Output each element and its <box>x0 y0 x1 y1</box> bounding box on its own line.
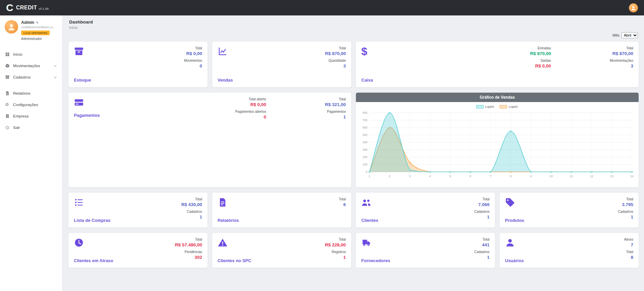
card-title[interactable]: Estoque <box>74 78 91 83</box>
users-group-icon <box>361 197 371 207</box>
svg-text:500: 500 <box>363 133 368 137</box>
stat-label: Entradas <box>530 46 551 51</box>
svg-text:400: 400 <box>363 141 368 144</box>
stat-label: Total aberto <box>235 97 266 102</box>
card-title[interactable]: Usuários <box>505 258 524 263</box>
user-icon <box>505 238 515 248</box>
legend-label: Loja01 <box>485 105 494 108</box>
legend-item-loja01[interactable]: Loja01 <box>476 105 494 108</box>
card-title[interactable]: Lista de Compras <box>74 218 110 223</box>
stat-value: R$ 870,00 <box>325 51 346 57</box>
topbar: C CREDIT v0.1.88 <box>0 0 644 15</box>
svg-text:8: 8 <box>510 175 512 178</box>
card-title[interactable]: Clientes em Atraso <box>74 258 113 263</box>
chevron-down-icon <box>53 64 57 68</box>
svg-text:7: 7 <box>490 175 492 178</box>
card-title[interactable]: Caixa <box>361 78 373 83</box>
profile-role: Administrador <box>21 37 55 41</box>
sidebar-item-label: Sair <box>13 126 20 130</box>
card-title[interactable]: Vendas <box>218 78 233 83</box>
month-label: Mês <box>612 33 619 37</box>
svg-text:100: 100 <box>363 163 368 166</box>
svg-text:2: 2 <box>389 175 390 178</box>
chart-title: Gráfico de Vendas <box>356 93 639 102</box>
stat-value: 3.795 <box>618 202 633 208</box>
profile-avatar[interactable] <box>5 20 18 34</box>
page-title: Dashboard <box>69 19 639 25</box>
legend-label: Loja02 <box>509 105 518 108</box>
card-estoque: Estoque TotalR$ 0,00 Movimentos0 <box>68 42 208 87</box>
stat-label: Total <box>181 197 202 202</box>
stat-value: 0 <box>184 63 202 69</box>
stat-value: 302 <box>175 254 202 260</box>
svg-text:600: 600 <box>363 126 368 129</box>
stat-label: Total <box>474 238 490 242</box>
svg-text:14: 14 <box>630 175 634 178</box>
sidebar-item-empresa[interactable]: Empresa <box>0 110 62 122</box>
stat-label: Total <box>618 197 633 202</box>
card-title[interactable]: Clientes no SPC <box>218 258 251 263</box>
card-title[interactable]: Produtos <box>505 218 524 223</box>
stat-value: 3 <box>610 63 633 69</box>
card-clientes-em-atraso: Clientes em Atraso TotalR$ 57.480,00 Pen… <box>68 233 208 268</box>
card-clientes: Clientes Total7.066 Cadastros1 <box>356 193 495 228</box>
grid-icon <box>5 52 10 57</box>
stat-label: Pendências <box>175 250 202 254</box>
stat-value: 8 <box>624 254 633 260</box>
stat-label: Pagamentos abertos <box>235 110 266 114</box>
sidebar-item-movimentacoes[interactable]: Movimentações <box>0 60 62 71</box>
app-window: C CREDIT v0.1.88 Admin ✎ credit@anronsof… <box>0 0 644 291</box>
sidebar-item-configuracoes[interactable]: ⚙ Configurações <box>0 99 62 110</box>
sidebar-item-inicio[interactable]: Início <box>0 49 62 60</box>
card-title[interactable]: Fornecedores <box>361 258 390 263</box>
stat-value: 3 <box>325 63 346 69</box>
sales-area-chart: 0100200300400500600700800123456789101112… <box>358 110 636 180</box>
credit-card-icon <box>74 97 84 107</box>
warning-icon <box>218 238 228 248</box>
stat-value: 1 <box>325 114 346 120</box>
stat-label: Total <box>325 238 346 242</box>
stat-value: R$ 430,00 <box>181 202 202 208</box>
file-text-icon <box>5 91 10 96</box>
svg-text:1: 1 <box>369 175 370 178</box>
stat-label: Cadastros <box>618 210 633 214</box>
stat-label: Quantidade <box>325 59 346 63</box>
stat-value: 7 <box>624 242 633 248</box>
svg-text:3: 3 <box>409 175 411 178</box>
power-icon <box>5 125 10 130</box>
svg-text:0: 0 <box>366 170 367 174</box>
stat-label: Total <box>339 197 346 202</box>
stat-label: Total <box>325 46 346 51</box>
sidebar-item-cadastros[interactable]: Cadastros <box>0 71 62 83</box>
legend-swatch-loja01 <box>476 105 484 108</box>
building-icon <box>5 114 10 118</box>
chart-line-icon <box>218 46 228 56</box>
person-icon <box>7 22 16 32</box>
stat-label: Cadastros <box>474 250 490 254</box>
legend-item-loja02[interactable]: Loja02 <box>500 105 518 108</box>
sidebar-menu: Início Movimentações Cadastros Relatório… <box>0 49 62 133</box>
app-logo: C <box>6 3 13 13</box>
card-title[interactable]: Pagamentos <box>74 113 100 118</box>
sidebar-item-label: Empresa <box>13 114 29 118</box>
card-vendas: Vendas TotalR$ 870,00 Quantidade3 <box>212 42 351 87</box>
card-pagamentos: Pagamentos Total abertoR$ 0,00 Pagamento… <box>68 93 351 187</box>
stat-value: R$ 0,00 <box>235 102 266 108</box>
stat-value: 1 <box>618 214 633 220</box>
edit-profile-icon[interactable]: ✎ <box>36 21 39 25</box>
card-title[interactable]: Clientes <box>361 218 378 223</box>
dollar-icon: $ <box>361 46 373 56</box>
stat-label: Movimentações <box>610 59 633 63</box>
stat-label: Ativos <box>624 238 633 242</box>
legend-swatch-loja02 <box>500 105 507 108</box>
user-avatar[interactable] <box>629 3 638 12</box>
svg-text:5: 5 <box>449 175 451 178</box>
sidebar-item-sair[interactable]: Sair <box>0 122 62 133</box>
month-select[interactable]: Abril <box>622 32 638 38</box>
card-title[interactable]: Relatórios <box>218 218 239 223</box>
stat-value: 0 <box>235 114 266 120</box>
sidebar-item-label: Configurações <box>13 103 38 107</box>
sidebar-item-label: Início <box>13 52 22 56</box>
sidebar-item-relatorios[interactable]: Relatórios <box>0 88 62 99</box>
stat-value: 6 <box>339 202 346 208</box>
